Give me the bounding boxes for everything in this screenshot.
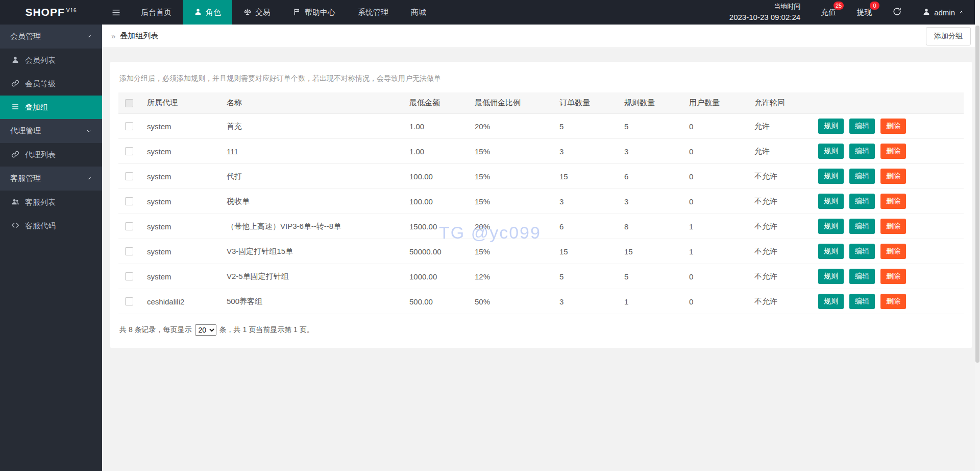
delete-button[interactable]: 删除: [880, 144, 906, 159]
row-checkbox[interactable]: [125, 272, 133, 280]
withdraw-button[interactable]: 提现 0: [846, 0, 882, 25]
delete-button[interactable]: 删除: [880, 294, 906, 309]
main-content: » 叠加组列表 添加分组 添加分组后，必须添加规则，并且规则需要对应好订单个数，…: [102, 0, 980, 348]
nav-item-trade[interactable]: 交易: [232, 0, 282, 25]
header-min-amount: 最低金额: [409, 98, 475, 108]
cell-rules: 6: [624, 172, 689, 181]
hamburger-menu-icon[interactable]: [102, 0, 130, 25]
cell-users: 1: [689, 222, 754, 231]
cell-users: 0: [689, 297, 754, 306]
sidebar-group-service[interactable]: 客服管理: [0, 167, 102, 191]
rule-button[interactable]: 规则: [818, 144, 844, 159]
delete-button[interactable]: 删除: [880, 119, 906, 134]
rule-button[interactable]: 规则: [818, 219, 844, 234]
rule-button[interactable]: 规则: [818, 244, 844, 259]
table-header: 所属代理 名称 最低金额 最低佣金比例 订单数量 规则数量 用户数量 允许轮回: [118, 92, 964, 114]
rule-button[interactable]: 规则: [818, 119, 844, 134]
cell-name: （带他上高速）VIP3-6单--转--8单: [227, 222, 409, 231]
cell-agent: system: [147, 222, 227, 231]
cell-commission: 15%: [475, 247, 559, 256]
scrollbar[interactable]: [975, 0, 980, 471]
recharge-button[interactable]: 充值 25: [811, 0, 846, 25]
cell-orders: 3: [559, 197, 624, 206]
scrollbar-thumb[interactable]: [975, 26, 979, 363]
cell-commission: 50%: [475, 297, 559, 306]
cell-commission: 20%: [475, 122, 559, 131]
header-commission: 最低佣金比例: [475, 98, 559, 108]
nav-item-role[interactable]: 角色: [183, 0, 232, 25]
table-row: ceshidalili2 500养客组 500.00 50% 3 1 0 不允许…: [118, 289, 964, 314]
cell-orders: 5: [559, 272, 624, 281]
delete-button[interactable]: 删除: [880, 169, 906, 184]
cell-allow-loop: 不允许: [754, 197, 818, 206]
edit-button[interactable]: 编辑: [849, 119, 875, 134]
group-table: 所属代理 名称 最低金额 最低佣金比例 订单数量 规则数量 用户数量 允许轮回 …: [118, 92, 964, 314]
refresh-button[interactable]: [882, 0, 912, 25]
row-checkbox[interactable]: [125, 247, 133, 255]
cell-orders: 3: [559, 297, 624, 306]
row-checkbox[interactable]: [125, 172, 133, 180]
select-all-checkbox[interactable]: [125, 99, 133, 107]
cell-rules: 5: [624, 122, 689, 131]
header-allow-loop: 允许轮回: [754, 98, 818, 108]
nav-item-help[interactable]: 帮助中心: [282, 0, 347, 25]
nav-item-mall[interactable]: 商城: [400, 0, 437, 25]
row-checkbox[interactable]: [125, 122, 133, 130]
cell-agent: system: [147, 247, 227, 256]
rule-button[interactable]: 规则: [818, 194, 844, 209]
cell-users: 0: [689, 147, 754, 156]
rule-button[interactable]: 规则: [818, 169, 844, 184]
edit-button[interactable]: 编辑: [849, 144, 875, 159]
sidebar: 会员管理 会员列表 会员等级 叠加组 代理管理 代理列表 客服管理 客服列表 客…: [0, 25, 102, 471]
edit-button[interactable]: 编辑: [849, 194, 875, 209]
table-row: system V2-5单固定打针组 1000.00 12% 5 5 0 不允许 …: [118, 264, 964, 289]
nav-item-system[interactable]: 系统管理: [347, 0, 400, 25]
edit-button[interactable]: 编辑: [849, 269, 875, 284]
sidebar-item-agent-list[interactable]: 代理列表: [0, 143, 102, 167]
cell-agent: system: [147, 197, 227, 206]
sidebar-item-member-list[interactable]: 会员列表: [0, 49, 102, 72]
rule-button[interactable]: 规则: [818, 294, 844, 309]
sidebar-item-service-code[interactable]: 客服代码: [0, 214, 102, 238]
nav-item-home[interactable]: 后台首页: [130, 0, 183, 25]
edit-button[interactable]: 编辑: [849, 169, 875, 184]
row-checkbox[interactable]: [125, 297, 133, 305]
rule-button[interactable]: 规则: [818, 269, 844, 284]
add-group-button[interactable]: 添加分组: [926, 27, 971, 45]
row-checkbox[interactable]: [125, 222, 133, 230]
sidebar-item-service-list[interactable]: 客服列表: [0, 191, 102, 214]
cell-rules: 3: [624, 147, 689, 156]
chevron-down-icon: [86, 127, 92, 135]
row-checkbox[interactable]: [125, 197, 133, 205]
delete-button[interactable]: 删除: [880, 269, 906, 284]
user-menu[interactable]: admin: [912, 0, 975, 25]
sidebar-item-member-level[interactable]: 会员等级: [0, 72, 102, 96]
chevron-up-icon: [959, 8, 965, 17]
cell-orders: 6: [559, 222, 624, 231]
delete-button[interactable]: 删除: [880, 244, 906, 259]
sidebar-item-stack-group[interactable]: 叠加组: [0, 96, 102, 119]
logo: SHOPF V16: [0, 0, 102, 25]
top-navbar: SHOPF V16 后台首页 角色 交易 帮助中心 系统管理 商城 当地时间: [0, 0, 980, 25]
edit-button[interactable]: 编辑: [849, 244, 875, 259]
cell-orders: 3: [559, 147, 624, 156]
content-card: 添加分组后，必须添加规则，并且规则需要对应好订单个数，若出现不对称情况，会导致用…: [110, 62, 972, 348]
cell-commission: 15%: [475, 197, 559, 206]
username: admin: [934, 8, 955, 17]
delete-button[interactable]: 删除: [880, 194, 906, 209]
page-size-select[interactable]: 20: [195, 324, 216, 336]
edit-button[interactable]: 编辑: [849, 294, 875, 309]
delete-button[interactable]: 删除: [880, 219, 906, 234]
cell-commission: 15%: [475, 147, 559, 156]
cell-agent: system: [147, 272, 227, 281]
sidebar-group-member[interactable]: 会员管理: [0, 25, 102, 49]
row-checkbox[interactable]: [125, 147, 133, 155]
cell-orders: 15: [559, 172, 624, 181]
user-icon: [11, 56, 19, 65]
code-icon: [11, 221, 19, 231]
edit-button[interactable]: 编辑: [849, 219, 875, 234]
link-icon: [11, 79, 19, 89]
header-agent: 所属代理: [147, 98, 227, 108]
cell-allow-loop: 不允许: [754, 222, 818, 231]
sidebar-group-agent[interactable]: 代理管理: [0, 119, 102, 143]
